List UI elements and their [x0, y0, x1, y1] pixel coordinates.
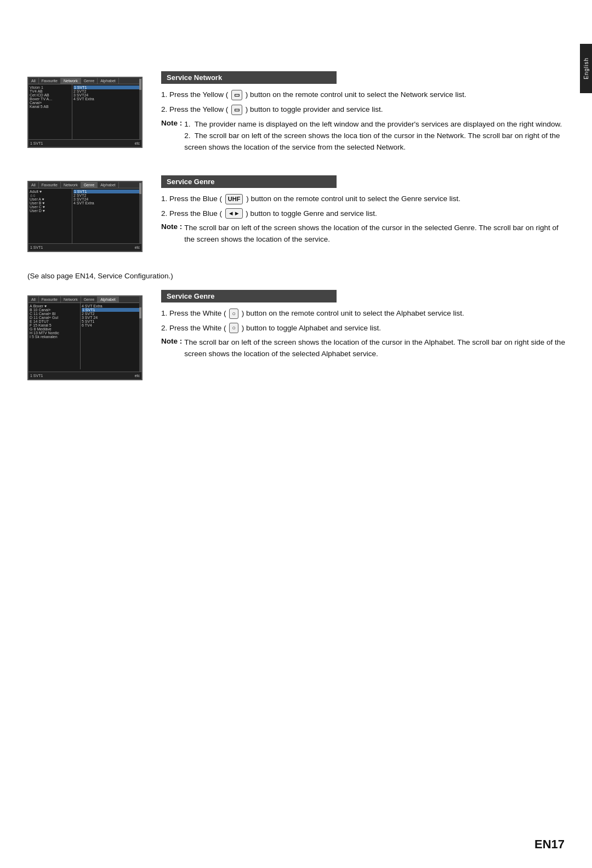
- note-body-network: 1. The provider name is displayed on the…: [184, 119, 570, 153]
- bottom-right-alphabet: etc: [135, 374, 140, 378]
- right-item: 3 SVT24: [73, 93, 140, 97]
- bottom-bar-alphabet: 1 SVT1 etc: [29, 372, 141, 379]
- alphabet-note: Note : The scroll bar on left of the scr…: [161, 337, 570, 360]
- screen-network: All Favourite Network Genre Alphabet Vis…: [27, 77, 143, 148]
- tab-bar-alphabet: All Favourite Network Genre Alphabet: [29, 296, 141, 303]
- section-network: All Favourite Network Genre Alphabet Vis…: [27, 71, 570, 156]
- heading-network: Service Network: [161, 71, 337, 84]
- left-item: User D ♥: [30, 209, 71, 213]
- section-genre: All Favourite Network Genre Alphabet Adu…: [27, 175, 570, 252]
- left-item: Boxer TV A...: [30, 97, 71, 101]
- tab-genre-g: Genre: [81, 182, 98, 188]
- right-item-highlighted: 1 SVT1: [73, 85, 140, 89]
- heading-genre: Service Genre: [161, 175, 337, 188]
- left-item: ♫♫: [30, 193, 71, 197]
- letter: F: [30, 323, 32, 327]
- content-area-genre: Adult ♥ ♫♫ User A ♥ User B ♥ User C ♥ Us…: [29, 189, 141, 249]
- bottom-left-alphabet: 1 SVT1: [30, 374, 43, 378]
- tab-genre: Genre: [81, 78, 98, 84]
- tab-favourite-a: Favourite: [39, 296, 61, 302]
- left-sub: 13 MTV Nordic: [33, 331, 59, 335]
- screen-alphabet: All Favourite Network Genre Alphabet A B…: [27, 295, 143, 380]
- left-row: I 5 Sk rekanalen: [30, 335, 79, 339]
- left-item: Kanal 5 AB: [30, 105, 71, 108]
- blue-icon-2: ◄►: [225, 208, 243, 219]
- left-item: User B ♥: [30, 201, 71, 205]
- right-item: 4 SVT Extra: [82, 304, 140, 308]
- section-alphabet: All Favourite Network Genre Alphabet A B…: [27, 290, 570, 380]
- tab-genre-a: Genre: [81, 296, 98, 302]
- right-item: 3 SVT24: [73, 197, 140, 201]
- left-sub: 11 Canal+ Bl: [33, 312, 55, 316]
- see-also-note: (Se also page EN14, Service Configuratio…: [27, 272, 570, 280]
- blue-icon-1: UHF: [225, 194, 243, 204]
- genre-step2: 2. Press the Blue ( ◄► ) button to toggl…: [161, 208, 570, 220]
- screen-mockup-network: All Favourite Network Genre Alphabet Vis…: [27, 71, 148, 156]
- left-item: Canal+: [30, 101, 71, 105]
- left-sub: Boxer ♥: [33, 304, 47, 308]
- page-number: EN17: [534, 837, 565, 852]
- right-item: 4 SVT Extra: [73, 97, 140, 101]
- content-area-network: Vision 1 TV4 AB Cet ICD AB Boxer TV A...…: [29, 84, 141, 145]
- alphabet-step1: 1. Press the White ( ○ ) button on the r…: [161, 308, 570, 319]
- right-item: 3 SVT 24: [82, 316, 140, 319]
- tab-alphabet: Alphabet: [98, 78, 119, 84]
- content-area-alphabet: A Boxer ♥ B 10 Canal+ C 11 Canal+ Bl D: [29, 303, 141, 369]
- left-panel-alphabet: A Boxer ♥ B 10 Canal+ C 11 Canal+ Bl D: [29, 303, 81, 369]
- right-item: 2 SVT2: [73, 193, 140, 197]
- left-panel-genre: Adult ♥ ♫♫ User A ♥ User B ♥ User C ♥ Us…: [29, 189, 72, 249]
- bottom-right-network: etc: [135, 141, 140, 145]
- left-panel-network: Vision 1 TV4 AB Cet ICD AB Boxer TV A...…: [29, 84, 72, 145]
- bottom-left-genre: 1 SVT1: [30, 245, 43, 249]
- yellow-icon-1: ▭: [231, 90, 242, 100]
- language-label: English: [583, 58, 589, 79]
- left-sub: 11 Canal+ Gul: [33, 316, 58, 319]
- scroll-bar-network: [139, 78, 141, 139]
- heading-alphabet: Service Genre: [161, 290, 337, 302]
- right-item: 2 SVT2: [73, 89, 140, 93]
- right-panel-alphabet: 4 SVT Extra 1 SVT1 2 SVT2 3 SVT 24 5 SVT…: [81, 303, 141, 369]
- letter: I: [30, 335, 31, 339]
- language-tab: English: [580, 44, 592, 93]
- bottom-right-genre: etc: [135, 245, 140, 249]
- note-label-genre: Note :: [161, 222, 182, 245]
- left-item: TV4 AB: [30, 89, 71, 93]
- right-item: 5 SVT1: [82, 319, 140, 323]
- left-sub: 5 Sk rekanalen: [32, 335, 58, 339]
- tab-bar-genre: All Favourite Network Genre Alphabet: [29, 182, 141, 189]
- note-label-network: Note :: [161, 119, 182, 153]
- left-row: G 8 Mediäve: [30, 327, 79, 331]
- genre-note: Note : The scroll bar on left of the scr…: [161, 222, 570, 245]
- left-row: H 13 MTV Nordic: [30, 331, 79, 335]
- screen-mockup-genre: All Favourite Network Genre Alphabet Adu…: [27, 175, 148, 252]
- tab-network-a: Network: [61, 296, 81, 302]
- tab-favourite: Favourite: [39, 78, 61, 84]
- note-body-genre: The scroll bar on left of the screen sho…: [184, 222, 570, 245]
- left-row: D 11 Canal+ Gul: [30, 316, 79, 319]
- letter: E: [30, 319, 32, 323]
- left-row: E 14 DTU7: [30, 319, 79, 323]
- network-step2: 2. Press the Yellow ( ▭ ) button to togg…: [161, 104, 570, 116]
- right-item: 4 SVT Extra: [73, 201, 140, 205]
- letter: D: [30, 316, 32, 319]
- tab-bar-network: All Favourite Network Genre Alphabet: [29, 78, 141, 84]
- right-item: 2 SVT2: [82, 312, 140, 316]
- genre-step1: 1. Press the Blue ( UHF ) button on the …: [161, 193, 570, 205]
- left-row: F 15 Kanal 5: [30, 323, 79, 327]
- left-sub: 14 DTU7: [33, 319, 49, 323]
- letter: A: [30, 304, 32, 308]
- bottom-bar-genre: 1 SVT1 etc: [29, 243, 141, 251]
- left-sub: 15 Kanal 5: [33, 323, 51, 327]
- right-item-highlighted-a: 1 SVT1: [82, 308, 140, 312]
- white-icon-2: ○: [229, 323, 238, 333]
- screen-mockup-alphabet: All Favourite Network Genre Alphabet A B…: [27, 290, 148, 380]
- left-row: C 11 Canal+ Bl: [30, 312, 79, 316]
- bottom-left-network: 1 SVT1: [30, 141, 43, 145]
- yellow-icon-2: ▭: [231, 105, 242, 115]
- right-item: 6 TV4: [82, 323, 140, 327]
- left-item: Vision 1: [30, 85, 71, 89]
- screen-genre: All Favourite Network Genre Alphabet Adu…: [27, 181, 143, 252]
- alphabet-step2: 2. Press the White ( ○ ) button to toggl…: [161, 323, 570, 334]
- letter: C: [30, 312, 32, 316]
- white-icon-1: ○: [229, 309, 238, 319]
